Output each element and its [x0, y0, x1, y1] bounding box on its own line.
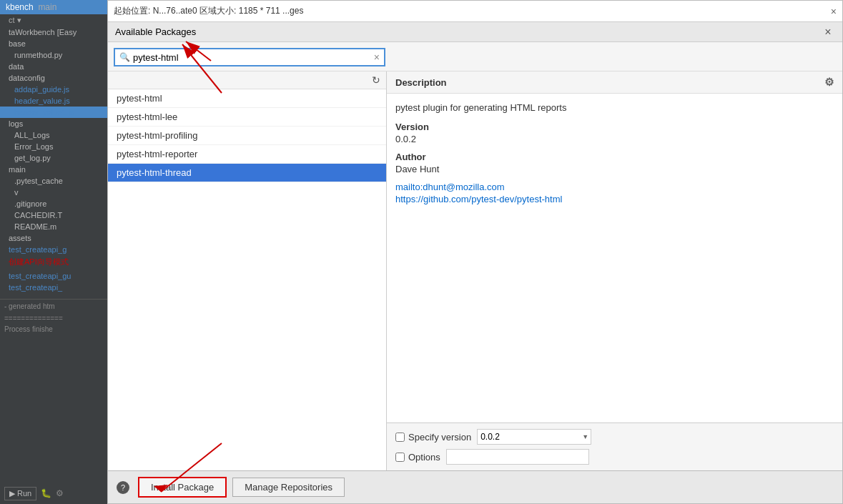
- version-select-wrapper: 0.0.2: [477, 429, 591, 445]
- description-header-label: Description: [395, 77, 447, 88]
- package-item-2[interactable]: pytest-html-profiling: [108, 127, 386, 145]
- package-item-0[interactable]: pytest-html: [108, 89, 386, 108]
- sidebar-item-header-value1[interactable]: header_value1.js: [0, 107, 107, 118]
- version-select[interactable]: 0.0.2: [477, 429, 591, 445]
- sidebar-item-addapi[interactable]: addapi_guide.js: [0, 84, 107, 95]
- description-content: pytest plugin for generating HTML report…: [387, 94, 842, 423]
- specify-version-checkbox[interactable]: [395, 433, 405, 442]
- package-item-3[interactable]: pytest-html-reporter: [108, 145, 386, 164]
- sidebar-item-runmethod[interactable]: runmethod.py: [0, 49, 107, 61]
- search-input-wrapper: 🔍 ×: [114, 48, 385, 66]
- dialog-title: Available Packages: [115, 26, 196, 37]
- ide-sidebar: kbench main ct ▾ taWorkbench [Easy base …: [0, 0, 107, 504]
- dialog-footer: ? Install Package Manage Repositories: [108, 470, 842, 503]
- search-input[interactable]: [133, 52, 371, 63]
- search-bar: 🔍 ×: [108, 42, 842, 71]
- sidebar-item-gitignore[interactable]: .gitignore: [0, 198, 107, 209]
- options-row: Options: [395, 449, 834, 465]
- sidebar-item-test-createapi2[interactable]: test_createapi_gu: [0, 270, 107, 282]
- options-label: Options: [395, 452, 440, 463]
- email-link[interactable]: mailto:dhunt@mozilla.com: [395, 182, 834, 192]
- title-bar-close[interactable]: ×: [831, 6, 837, 17]
- sidebar-item-base[interactable]: base: [0, 38, 107, 49]
- settings-icon: ⚙: [56, 488, 64, 498]
- sidebar-item-logs[interactable]: logs: [0, 118, 107, 129]
- search-clear-button[interactable]: ×: [374, 51, 380, 63]
- title-bar: 起始位置: N...76..ate0 区域大小: 1185 * 711 ...g…: [108, 1, 842, 22]
- sidebar-item-dataworkbench[interactable]: taWorkbench [Easy: [0, 26, 107, 38]
- gear-icon[interactable]: ⚙: [824, 76, 834, 89]
- search-icon: 🔍: [119, 52, 130, 62]
- sidebar-item-test-createapi3[interactable]: test_createapi_: [0, 282, 107, 293]
- sidebar-item-header-value[interactable]: header_value.js: [0, 95, 107, 107]
- dialog-close-button[interactable]: ×: [821, 25, 835, 39]
- version-label: Version: [395, 122, 834, 132]
- help-icon[interactable]: ?: [117, 481, 129, 494]
- sidebar-item-create-api-wizard[interactable]: 创建API向导模式: [0, 255, 107, 269]
- sidebar-item-dataconfig[interactable]: dataconfig: [0, 72, 107, 84]
- sidebar-item-ct[interactable]: ct ▾: [0, 14, 107, 26]
- sidebar-item-all-logs[interactable]: ALL_Logs: [0, 129, 107, 141]
- sidebar-item-v[interactable]: v: [0, 187, 107, 198]
- sidebar-item-assets[interactable]: assets: [0, 232, 107, 244]
- version-value: 0.0.2: [395, 134, 834, 144]
- sidebar-item-workbench[interactable]: kbench main: [0, 0, 107, 14]
- sidebar-item-readme[interactable]: README.m: [0, 221, 107, 232]
- list-toolbar: ↻: [108, 71, 386, 89]
- description-main-text: pytest plugin for generating HTML report…: [395, 102, 834, 113]
- sidebar-item-pytest-cache[interactable]: .pytest_cache: [0, 175, 107, 187]
- available-packages-dialog: 起始位置: N...76..ate0 区域大小: 1185 * 711 ...g…: [107, 0, 843, 504]
- sidebar-item-main[interactable]: main: [0, 164, 107, 175]
- debug-icon: 🐛: [41, 488, 51, 498]
- options-checkbox[interactable]: [395, 453, 405, 462]
- sidebar-item-get-log[interactable]: get_log.py: [0, 152, 107, 164]
- bottom-controls: Specify version 0.0.2 Options: [387, 423, 842, 470]
- github-link[interactable]: https://github.com/pytest-dev/pytest-htm…: [395, 194, 834, 204]
- package-item-1[interactable]: pytest-html-lee: [108, 108, 386, 127]
- right-panel: Description ⚙ pytest plugin for generati…: [387, 71, 842, 470]
- author-label: Author: [395, 152, 834, 162]
- dialog-content: 🔍 × ↻ pytest-html pytest-html-lee: [108, 42, 842, 470]
- refresh-icon[interactable]: ↻: [372, 74, 380, 86]
- install-package-button[interactable]: Install Package: [138, 477, 227, 498]
- package-item-4[interactable]: pytest-html-thread: [108, 164, 386, 182]
- sidebar-item-cachedir[interactable]: CACHEDIR.T: [0, 209, 107, 221]
- manage-repositories-button[interactable]: Manage Repositories: [232, 478, 345, 497]
- panels: ↻ pytest-html pytest-html-lee pytest-htm…: [108, 71, 842, 470]
- sidebar-item-test-createapi[interactable]: test_createapi_g: [0, 244, 107, 255]
- left-panel: ↻ pytest-html pytest-html-lee pytest-htm…: [108, 71, 387, 470]
- description-header: Description ⚙: [387, 71, 842, 94]
- dialog-titlebar: Available Packages ×: [108, 22, 842, 42]
- author-value: Dave Hunt: [395, 164, 834, 174]
- package-list: pytest-html pytest-html-lee pytest-html-…: [108, 89, 386, 470]
- options-input[interactable]: [446, 449, 589, 465]
- title-bar-text: 起始位置: N...76..ate0 区域大小: 1185 * 711 ...g…: [114, 5, 303, 17]
- run-button[interactable]: ▶ Run: [4, 487, 36, 500]
- specify-version-label: Specify version: [395, 432, 471, 443]
- ide-bottom-bar: ▶ Run 🐛 ⚙: [0, 483, 107, 504]
- sidebar-item-data[interactable]: data: [0, 61, 107, 72]
- sidebar-item-error-logs[interactable]: Error_Logs: [0, 141, 107, 152]
- specify-version-row: Specify version 0.0.2: [395, 429, 834, 445]
